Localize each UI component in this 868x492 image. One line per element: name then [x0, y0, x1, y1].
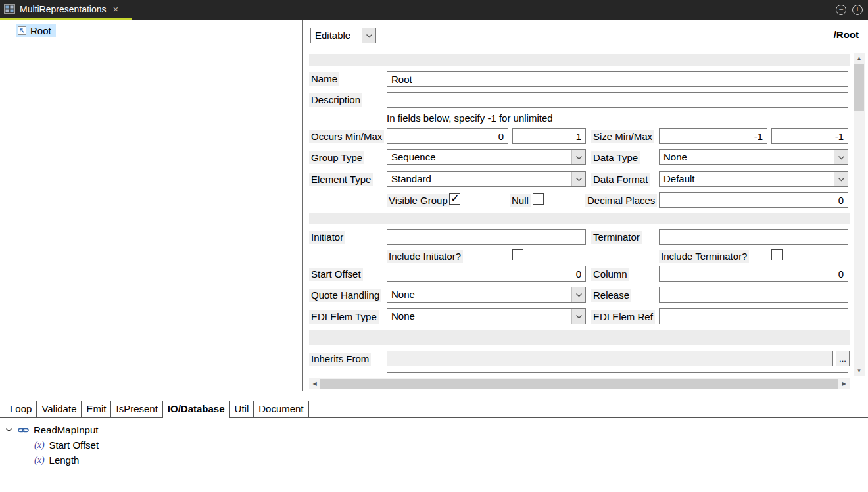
chevron-down-icon[interactable]: [834, 172, 848, 186]
tree-item-label: Start Offset: [49, 439, 99, 451]
tab-ispresent[interactable]: IsPresent: [110, 401, 162, 417]
decimal-places-input[interactable]: [659, 192, 848, 208]
chevron-down-icon[interactable]: [5, 428, 13, 432]
tree-item-start-offset[interactable]: (x) Start Offset: [5, 437, 868, 453]
section-divider: [309, 54, 850, 66]
name-input[interactable]: [387, 71, 848, 87]
column-label: Column: [591, 268, 629, 281]
quote-handling-value: None: [387, 287, 571, 302]
scroll-right-icon[interactable]: ▶: [838, 378, 850, 389]
tree-item-readmapinput[interactable]: ReadMapInput: [5, 422, 868, 437]
vertical-scrollbar[interactable]: ▲ ▼: [854, 53, 865, 376]
description-input[interactable]: [387, 92, 848, 108]
start-offset-input[interactable]: [387, 266, 586, 282]
chevron-down-icon[interactable]: [571, 150, 585, 164]
titlebar: MultiRepresentations × − +: [0, 0, 868, 20]
window-buttons: − +: [836, 0, 863, 20]
scroll-up-icon[interactable]: ▲: [854, 53, 865, 64]
tree-item-label: Length: [49, 455, 80, 466]
edi-elem-ref-label: EDI Elem Ref: [591, 310, 655, 324]
node-icon: [17, 26, 27, 36]
chevron-down-icon[interactable]: [571, 172, 585, 186]
description-label: Description: [309, 93, 362, 107]
start-offset-label: Start Offset: [309, 268, 363, 281]
document-tab[interactable]: MultiRepresentations ×: [0, 0, 132, 20]
tab-validate[interactable]: Validate: [36, 401, 82, 417]
terminator-label: Terminator: [591, 231, 642, 244]
chevron-down-icon[interactable]: [571, 309, 585, 324]
scroll-down-icon[interactable]: ▼: [854, 365, 865, 376]
column-input[interactable]: [659, 266, 848, 282]
tab-io-database[interactable]: IO/Database: [162, 401, 230, 417]
edi-elem-type-label: EDI Elem Type: [309, 310, 379, 324]
element-type-label: Element Type: [309, 173, 373, 186]
tree-item-root[interactable]: Root: [16, 24, 56, 37]
scroll-left-icon[interactable]: ◀: [309, 378, 320, 389]
detail-editor-panel: Editable /Root Name Description In field…: [304, 20, 868, 391]
expand-all-button[interactable]: +: [852, 5, 863, 15]
tab-loop[interactable]: Loop: [5, 401, 37, 417]
occurs-min-input[interactable]: [387, 128, 508, 144]
inherits-from-browse-button[interactable]: ...: [836, 351, 850, 366]
occurs-max-input[interactable]: [512, 128, 586, 144]
group-type-value: Sequence: [387, 150, 571, 164]
chevron-down-icon[interactable]: [834, 150, 848, 164]
section-divider: [309, 213, 850, 224]
close-icon[interactable]: ×: [113, 5, 119, 14]
variable-icon: (x): [34, 440, 45, 451]
data-format-select[interactable]: Default: [659, 171, 848, 187]
release-label: Release: [591, 289, 631, 302]
visible-group-label: Visible Group: [387, 194, 450, 207]
tree-item-label: ReadMapInput: [34, 424, 98, 435]
tab-document[interactable]: Document: [253, 401, 308, 417]
data-format-label: Data Format: [591, 173, 650, 186]
tree-item-label: Root: [30, 25, 51, 36]
section-divider: [309, 330, 850, 345]
data-type-label: Data Type: [591, 151, 640, 164]
schema-tree-panel: Root: [0, 20, 303, 391]
null-label: Null: [510, 194, 531, 207]
chevron-down-icon[interactable]: [571, 287, 585, 302]
group-type-select[interactable]: Sequence: [387, 149, 586, 165]
node-path: /Root: [834, 29, 859, 40]
edi-elem-ref-input[interactable]: [659, 308, 848, 324]
horizontal-scrollbar-thumb[interactable]: [320, 379, 838, 389]
data-type-value: None: [660, 150, 834, 164]
include-initiator-checkbox[interactable]: [512, 249, 523, 260]
element-type-value: Standard: [387, 172, 571, 186]
element-type-select[interactable]: Standard: [387, 171, 586, 187]
chevron-down-icon[interactable]: [362, 28, 375, 43]
link-icon: [18, 426, 29, 434]
null-checkbox[interactable]: [533, 193, 544, 205]
vertical-scrollbar-thumb[interactable]: [854, 64, 864, 111]
visible-group-checkbox[interactable]: [449, 193, 460, 205]
bottom-tab-bar: Loop Validate Emit IsPresent IO/Database…: [0, 401, 868, 418]
release-input[interactable]: [659, 287, 848, 303]
tab-util[interactable]: Util: [229, 401, 254, 417]
terminator-input[interactable]: [659, 229, 848, 245]
partially-visible-input[interactable]: [387, 372, 848, 378]
tab-emit[interactable]: Emit: [81, 401, 111, 417]
horizontal-scrollbar[interactable]: ◀ ▶: [309, 378, 850, 389]
size-max-input[interactable]: [771, 128, 848, 144]
include-terminator-checkbox[interactable]: [771, 249, 783, 260]
include-initiator-label: Include Initiator?: [387, 250, 463, 263]
app-window: MultiRepresentations × − + Root Editable: [0, 0, 868, 492]
edit-mode-select[interactable]: Editable: [310, 28, 376, 43]
occurs-minmax-label: Occurs Min/Max: [309, 130, 384, 143]
quote-handling-label: Quote Handling: [309, 289, 381, 302]
app-icon: [4, 4, 15, 14]
io-database-tree: ReadMapInput (x) Start Offset (x) Length: [0, 418, 868, 468]
size-minmax-label: Size Min/Max: [591, 130, 654, 143]
initiator-label: Initiator: [309, 231, 345, 244]
edi-elem-type-value: None: [387, 309, 571, 324]
collapse-all-button[interactable]: −: [836, 5, 846, 15]
size-min-input[interactable]: [659, 128, 767, 144]
include-terminator-label: Include Terminator?: [659, 250, 749, 263]
quote-handling-select[interactable]: None: [387, 287, 586, 303]
tree-item-length[interactable]: (x) Length: [5, 453, 868, 468]
data-type-select[interactable]: None: [659, 149, 848, 165]
inherits-from-input[interactable]: [387, 351, 833, 366]
initiator-input[interactable]: [387, 229, 586, 245]
edi-elem-type-select[interactable]: None: [387, 308, 586, 324]
